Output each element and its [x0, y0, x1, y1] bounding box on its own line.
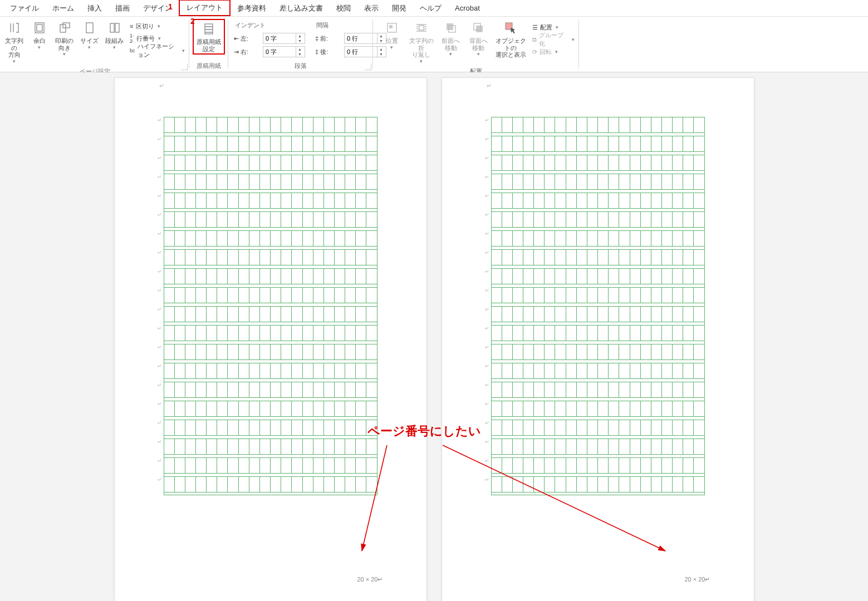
chevron-down-icon: ▾ [555, 49, 558, 55]
genko-settings-button[interactable]: 原稿用紙 設定 [193, 19, 225, 55]
indent-left-field[interactable]: ▲▼ [263, 33, 305, 44]
breaks-label: 区切り [136, 22, 154, 31]
orientation-button[interactable]: 印刷の 向き ▾ [52, 19, 76, 58]
page-setup-dialog-launcher[interactable] [181, 63, 188, 70]
annotation-callout-1: 1 [168, 2, 173, 11]
send-backward-label: 背面へ 移動 [469, 37, 488, 51]
genko-grid: ↵↵↵↵↵↵↵↵↵↵↵↵↵↵↵↵↵↵↵↵ [491, 117, 705, 495]
tab-insert[interactable]: 挿入 [81, 1, 109, 16]
document-workspace: ↵ ↵↵↵↵↵↵↵↵↵↵↵↵↵↵↵↵↵↵↵↵ 20 × 20↵ ↵ ↵↵↵↵↵↵… [0, 72, 868, 601]
stepper-down-icon[interactable]: ▼ [296, 52, 303, 57]
margins-label: 余白 [33, 37, 46, 45]
rotate-button[interactable]: ⟳ 回転 ▾ [530, 46, 577, 58]
chevron-down-icon: ▾ [477, 51, 480, 57]
group-genko: 原稿用紙 設定 原稿用紙 [189, 17, 228, 72]
stepper-down-icon[interactable]: ▼ [296, 38, 303, 43]
bring-forward-icon [443, 20, 459, 36]
indent-left-input[interactable] [263, 35, 296, 42]
spacing-after-input[interactable] [345, 48, 377, 55]
line-numbers-icon: 1·2· [130, 33, 134, 44]
text-direction-button[interactable]: 文字列の 方向 ▾ [2, 19, 26, 65]
align-label: 配置 [540, 23, 552, 32]
indent-right-label: ⇥右: [234, 48, 261, 56]
chevron-down-icon: ▾ [88, 45, 91, 50]
annotation-callout-2: 2 [190, 17, 195, 26]
columns-button[interactable]: 段組み ▾ [102, 19, 126, 51]
chevron-down-icon: ▾ [113, 45, 116, 50]
tab-references[interactable]: 参考資料 [231, 1, 273, 16]
tab-acrobat[interactable]: Acrobat [448, 2, 487, 14]
position-button[interactable]: 位置 ▾ [379, 19, 405, 51]
tab-file[interactable]: ファイル [3, 1, 46, 16]
svg-rect-10 [419, 26, 424, 30]
indent-right-field[interactable]: ▲▼ [263, 46, 305, 57]
paragraph-dialog-launcher[interactable] [365, 63, 371, 70]
breaks-button[interactable]: ≡ 区切り ▾ [127, 20, 187, 32]
tab-mailings[interactable]: 差し込み文書 [273, 1, 330, 16]
spacing-before-input[interactable] [345, 35, 377, 42]
orientation-label: 印刷の 向き [55, 37, 73, 51]
group-objects-button[interactable]: ⧉ グループ化 ▾ [530, 33, 577, 46]
columns-label: 段組み [105, 37, 124, 45]
group-label-genko: 原稿用紙 [189, 61, 228, 72]
svg-rect-5 [110, 23, 114, 32]
ribbon-tabs: ファイル ホーム 挿入 描画 デザイン レイアウト 参考資料 差し込み文書 校閲… [0, 0, 868, 17]
send-backward-button[interactable]: 背面へ 移動 ▾ [465, 19, 491, 58]
selection-pane-button[interactable]: オブジェクトの 選択と表示 [493, 19, 529, 60]
hyphenation-icon: bc [130, 48, 135, 53]
breaks-icon: ≡ [130, 23, 133, 29]
tab-layout[interactable]: レイアウト [179, 0, 231, 16]
chevron-down-icon: ▾ [13, 58, 16, 64]
document-page-2[interactable]: ↵ ↵↵↵↵↵↵↵↵↵↵↵↵↵↵↵↵↵↵↵↵ 20 × 20↵ [442, 78, 754, 601]
margins-button[interactable]: 余白 ▾ [27, 19, 51, 51]
chevron-down-icon: ▾ [63, 51, 66, 57]
chevron-down-icon: ▾ [38, 45, 41, 50]
tab-review[interactable]: 校閲 [330, 1, 357, 16]
bring-forward-button[interactable]: 前面へ 移動 ▾ [438, 19, 464, 58]
group-objects-icon: ⧉ [532, 36, 537, 43]
hyphenation-button[interactable]: bc ハイフネーション ▾ [127, 45, 187, 57]
indent-section-title: インデント [233, 20, 306, 32]
group-page-setup: 文字列の 方向 ▾ 余白 ▾ 印刷の 向き ▾ [0, 17, 189, 72]
svg-rect-1 [37, 24, 42, 31]
stepper-up-icon[interactable]: ▲ [296, 33, 303, 38]
text-wrap-button[interactable]: 文字列の折 り返し ▾ [406, 19, 437, 65]
document-page-1[interactable]: ↵ ↵↵↵↵↵↵↵↵↵↵↵↵↵↵↵↵↵↵↵↵ 20 × 20↵ [115, 78, 426, 601]
paragraph-mark-icon: ↵ [487, 82, 492, 90]
text-direction-icon [7, 20, 22, 36]
spacing-before-label: ‡前: [315, 35, 342, 43]
indent-left-icon: ⇤ [234, 35, 239, 42]
tab-help[interactable]: ヘルプ [413, 1, 448, 16]
margins-icon [32, 20, 47, 36]
tab-developer[interactable]: 開発 [385, 1, 413, 16]
spacing-after-icon: ‡ [315, 48, 318, 55]
tab-draw[interactable]: 描画 [109, 1, 136, 16]
ribbon: 文字列の 方向 ▾ 余白 ▾ 印刷の 向き ▾ [0, 17, 868, 72]
indent-right-icon: ⇥ [234, 48, 239, 56]
size-label: サイズ [80, 37, 99, 45]
bring-forward-label: 前面へ 移動 [442, 37, 460, 51]
svg-rect-4 [86, 23, 93, 33]
chevron-down-icon: ▾ [420, 58, 423, 64]
svg-rect-6 [115, 23, 119, 32]
indent-right-input[interactable] [263, 48, 296, 55]
page-footer-text: 20 × 20↵ [357, 576, 382, 583]
page-footer-text: 20 × 20↵ [684, 576, 710, 583]
stepper-up-icon[interactable]: ▲ [296, 47, 303, 52]
svg-rect-11 [447, 23, 453, 30]
size-icon [82, 20, 97, 36]
align-icon: ☰ [532, 24, 538, 31]
size-button[interactable]: サイズ ▾ [77, 19, 101, 51]
svg-rect-3 [63, 23, 70, 28]
text-wrap-icon [414, 20, 429, 36]
group-label-paragraph: 段落 [228, 61, 373, 72]
chevron-down-icon: ▾ [158, 23, 160, 29]
chevron-down-icon: ▾ [182, 48, 185, 53]
group-paragraph: インデント ⇤左: ▲▼ ⇥右: ▲▼ 間隔 [228, 17, 373, 72]
text-wrap-label: 文字列の折 り返し [407, 37, 435, 58]
genko-label: 原稿用紙 設定 [197, 38, 221, 52]
spacing-before-icon: ‡ [315, 35, 318, 42]
tab-home[interactable]: ホーム [46, 1, 81, 16]
indent-left-label: ⇤左: [234, 35, 261, 43]
tab-view[interactable]: 表示 [357, 1, 385, 16]
